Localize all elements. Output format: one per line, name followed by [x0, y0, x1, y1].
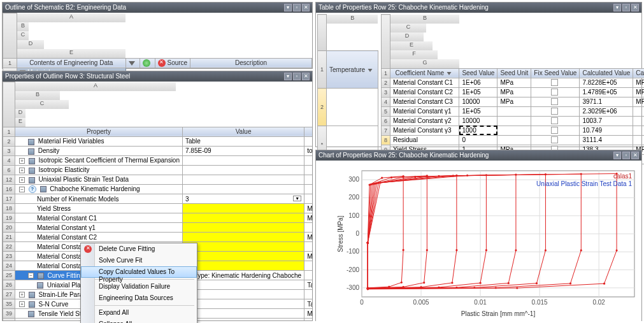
svg-text:0.015: 0.015 — [532, 299, 548, 306]
svg-point-84 — [569, 282, 571, 284]
close-icon[interactable]: ✕ — [631, 4, 639, 11]
expand-icon[interactable]: + — [19, 168, 25, 173]
svg-point-48 — [451, 282, 453, 284]
property-icon — [38, 273, 44, 279]
menu-item[interactable]: Expand All — [81, 307, 197, 319]
context-menu[interactable]: ✕Delete Curve FittingSolve Curve FitCopy… — [80, 243, 197, 323]
svg-text:-200: -200 — [347, 266, 359, 273]
table-row[interactable]: 3 Material Constant C2 1E+05 MPa 1.4789E… — [381, 87, 644, 97]
svg-point-75 — [536, 282, 538, 284]
float-icon[interactable]: ▫ — [293, 4, 301, 11]
table-row[interactable]: 20 Material Constant γ1 — [3, 223, 313, 233]
svg-text:calas1: calas1 — [613, 173, 632, 180]
checkbox[interactable] — [551, 117, 558, 124]
table-row[interactable]: 17 Number of Kinematic Models 3▼ — [3, 194, 313, 204]
table-row[interactable]: 6 + Isotropic Elasticity — [3, 165, 313, 175]
property-icon — [28, 311, 34, 317]
collapse-icon[interactable]: − — [19, 187, 25, 192]
table-row[interactable]: 16 − ? Chaboche Kinematic Hardening — [3, 184, 313, 194]
menu-item[interactable]: Collapse All — [81, 319, 197, 323]
svg-text:-100: -100 — [347, 248, 359, 255]
svg-point-71 — [376, 182, 378, 184]
checkbox[interactable] — [551, 136, 558, 143]
menu-item[interactable]: Display Validation Failure — [81, 281, 197, 292]
table-row[interactable]: 5 Material Constant γ1 1E+05 2.3029E+06 — [381, 106, 644, 116]
svg-text:-300: -300 — [347, 284, 359, 291]
pin-icon[interactable]: ▾ — [284, 4, 292, 11]
filter-icon[interactable] — [129, 61, 135, 66]
table-row[interactable]: 12 + Uniaxial Plastic Strain Test Data — [3, 175, 313, 184]
table-row[interactable]: 8 Residual 0 3111.4 — [381, 135, 644, 145]
pin-icon[interactable]: ▾ — [613, 4, 621, 11]
menu-item[interactable]: Engineering Data Sources — [81, 292, 197, 304]
table-row[interactable]: 2 Material Constant C1 1E+06 MPa 7.8228E… — [381, 78, 644, 87]
coeff-grid[interactable]: BCDEFG 1Coefficient Name Seed ValueSeed … — [381, 14, 644, 164]
table-row[interactable]: 7 Material Constant γ3 1000 10.749 — [381, 126, 644, 135]
menu-item[interactable]: Copy Calculated Values To Property — [81, 266, 197, 278]
svg-point-90 — [466, 175, 468, 176]
svg-text:200: 200 — [348, 194, 359, 201]
pin-icon[interactable]: ▾ — [284, 73, 292, 80]
checkbox[interactable] — [551, 89, 558, 96]
property-icon — [29, 301, 35, 308]
svg-text:Stress  [MPa]: Stress [MPa] — [337, 215, 344, 252]
float-icon[interactable]: ▫ — [622, 152, 630, 159]
expand-icon[interactable]: + — [19, 158, 25, 164]
expand-icon[interactable]: + — [19, 292, 25, 298]
x-icon[interactable]: ✕ — [158, 59, 166, 67]
close-icon[interactable]: ✕ — [302, 4, 310, 11]
collapse-icon[interactable]: − — [28, 273, 34, 278]
svg-point-66 — [508, 282, 510, 284]
svg-point-38 — [426, 249, 428, 251]
panel-chart: Chart of Properties Row 25: Chaboche Kin… — [315, 150, 642, 321]
orb-icon[interactable] — [143, 59, 150, 67]
table-row[interactable]: 21 Material Constant C2 MPa — [3, 233, 313, 242]
table-row[interactable]: 2 Material Field Variables Table — [3, 136, 313, 146]
svg-point-80 — [377, 182, 379, 184]
filter-icon[interactable] — [368, 69, 372, 72]
help-icon[interactable]: ? — [29, 185, 36, 193]
property-icon — [28, 148, 34, 155]
svg-point-89 — [379, 182, 381, 183]
svg-point-94 — [516, 287, 518, 289]
float-icon[interactable]: ▫ — [622, 4, 630, 11]
checkbox[interactable] — [551, 108, 558, 115]
expand-icon[interactable]: + — [19, 301, 25, 307]
chart-canvas: 00.0050.010.0150.02-300-200-100010020030… — [316, 161, 641, 323]
close-icon[interactable]: ✕ — [302, 73, 310, 80]
table-row[interactable]: 4 Material Constant C3 10000 MPa 3971.1M… — [381, 97, 644, 106]
svg-point-93 — [603, 283, 605, 285]
property-icon — [29, 158, 35, 164]
checkbox[interactable] — [551, 79, 558, 86]
svg-point-47 — [455, 249, 457, 251]
panel-properties-title: Properties of Outline Row 3: Structural … — [3, 71, 312, 82]
panel-outline-title: Outline of Schematic B2: Engineering Dat… — [3, 3, 312, 13]
checkbox[interactable] — [551, 127, 558, 134]
menu-item[interactable]: ✕Delete Curve Fitting — [81, 243, 197, 255]
svg-point-96 — [367, 242, 369, 244]
property-icon — [29, 168, 35, 174]
float-icon[interactable]: ▫ — [293, 73, 301, 80]
property-icon — [29, 177, 35, 183]
expand-icon[interactable]: + — [19, 177, 25, 183]
svg-point-57 — [479, 282, 481, 284]
close-icon[interactable]: ✕ — [631, 152, 639, 159]
table-row[interactable]: 6 Material Constant γ2 10000 1003.7 — [381, 116, 644, 126]
checkbox[interactable] — [551, 98, 558, 105]
svg-point-65 — [515, 249, 517, 251]
table-row[interactable]: 4 + Isotropic Secant Coefficient of Ther… — [3, 155, 313, 165]
pin-icon[interactable]: ▾ — [613, 152, 621, 159]
table-row[interactable]: 18 Yield Stress MPa — [3, 204, 313, 213]
property-icon — [40, 186, 47, 192]
menu-item[interactable]: Solve Curve Fit — [81, 255, 197, 266]
temp-grid[interactable]: B 1Temperature 2 * — [317, 14, 378, 164]
table-row[interactable]: 3 Density 7.85E-09 tonne mm^-3 — [3, 146, 313, 155]
panel-table-title: Table of Properties Row 25: Chaboche Kin… — [316, 3, 641, 13]
svg-point-27 — [381, 177, 383, 179]
filter-icon[interactable] — [447, 72, 451, 75]
table-row[interactable]: 19 Material Constant C1 MPa — [3, 213, 313, 223]
svg-point-39 — [423, 282, 425, 284]
svg-text:0.01: 0.01 — [474, 299, 487, 306]
svg-point-54 — [414, 176, 416, 178]
panel-outline: Outline of Schematic B2: Engineering Dat… — [2, 2, 313, 69]
